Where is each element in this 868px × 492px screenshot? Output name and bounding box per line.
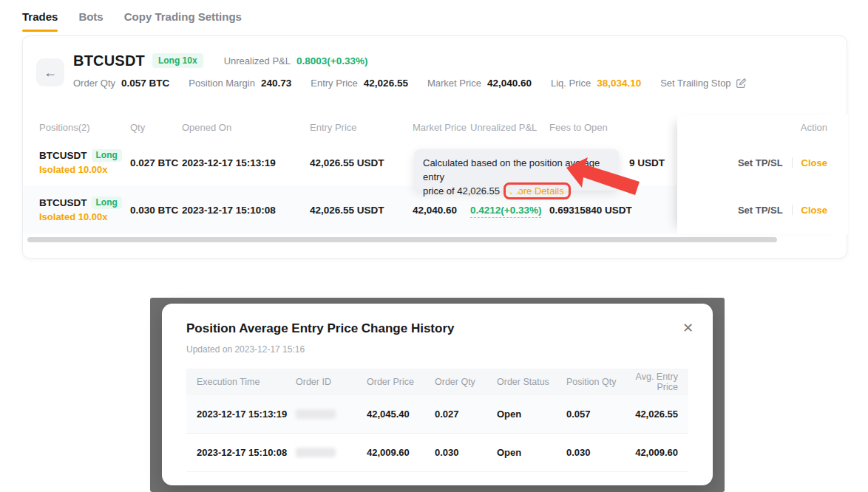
tab-trades[interactable]: Trades: [22, 10, 58, 23]
market-price-cell: 42,040.60: [413, 205, 470, 216]
stat-value: 240.73: [261, 78, 291, 89]
col-qty: Qty: [130, 122, 182, 133]
history-table: Execution Time Order ID Order Price Orde…: [186, 369, 688, 472]
modal-subtitle: Updated on 2023-12-17 15:16: [186, 344, 305, 355]
col-order-status: Order Status: [497, 377, 566, 387]
stat-label: Position Margin: [189, 78, 255, 89]
position-detail-card: ← BTCUSDT Long 10x Unrealized P&L 0.8003…: [22, 35, 847, 259]
symbol-title: BTCUSDT: [73, 52, 145, 69]
stat-label: Market Price: [427, 78, 481, 89]
stat-entry-price: Entry Price 42,026.55: [311, 78, 408, 89]
action-row-1: Set TP/SL Close: [677, 140, 848, 185]
annotation-arrow-icon: [566, 157, 640, 201]
pnl-value[interactable]: 0.4212(+0.33%): [470, 205, 541, 218]
position-title-row: BTCUSDT Long 10x Unrealized P&L 0.8003(+…: [73, 49, 367, 72]
top-tab-bar: Trades Bots Copy Trading Settings: [22, 10, 242, 23]
position-qty-cell: 0.030: [566, 447, 627, 458]
close-position-button[interactable]: Close: [801, 205, 827, 216]
tooltip-text-line2: price of 42,026.55: [423, 185, 500, 197]
col-avg-entry-price: Avg. Entry Price: [627, 372, 688, 392]
col-market-price: Market Price: [413, 122, 470, 133]
col-fees-to-open: Fees to Open: [549, 122, 677, 133]
stat-label: Liq. Price: [551, 78, 591, 89]
row-symbol: BTCUSDT: [39, 150, 87, 162]
entry-price-history-modal: Position Average Entry Price Change Hist…: [162, 304, 713, 485]
avg-entry-price-cell: 42,026.55: [627, 409, 688, 420]
side-badge: Long: [92, 149, 122, 163]
redacted-order-id: [296, 409, 336, 419]
execution-time-cell: 2023-12-17 15:10:08: [186, 447, 296, 458]
col-action: Action: [677, 115, 848, 140]
symbol-cell: BTCUSDT Long Isolated 10.00x: [39, 149, 130, 177]
col-entry-price: Entry Price: [310, 122, 413, 133]
col-opened-on: Opened On: [182, 122, 310, 133]
stat-position-margin: Position Margin 240.73: [189, 78, 291, 89]
tab-bots[interactable]: Bots: [78, 10, 103, 23]
order-id-cell: [296, 409, 367, 419]
opened-on-cell: 2023-12-17 15:13:19: [182, 157, 310, 168]
redacted-order-id: [296, 448, 336, 457]
position-qty-cell: 0.057: [566, 409, 627, 420]
stat-value: 42,026.55: [364, 78, 408, 89]
margin-mode: Isolated 10.00x: [39, 212, 130, 223]
action-divider: [792, 205, 793, 215]
execution-time-cell: 2023-12-17 15:13:19: [186, 409, 296, 420]
trading-screen: Trades Bots Copy Trading Settings ← BTCU…: [0, 0, 868, 492]
order-price-cell: 42,009.60: [367, 447, 435, 458]
col-execution-time: Execution Time: [186, 377, 296, 387]
close-icon: ✕: [682, 321, 694, 335]
order-status-cell: Open: [497, 409, 566, 420]
opened-on-cell: 2023-12-17 15:10:08: [182, 205, 310, 216]
stat-order-qty: Order Qty 0.057 BTC: [73, 78, 169, 89]
order-status-cell: Open: [497, 447, 566, 458]
stat-label: Entry Price: [311, 78, 358, 89]
horizontal-scrollbar[interactable]: [27, 237, 777, 242]
history-row-2: 2023-12-17 15:10:08 42,009.60 0.030 Open…: [186, 434, 688, 472]
fees-to-open-cell: 0.69315840 USDT: [549, 205, 677, 216]
leverage-badge: Long 10x: [152, 53, 203, 68]
set-tpsl-button[interactable]: Set TP/SL: [738, 205, 783, 216]
unrealized-pnl-value: 0.8003(+0.33%): [296, 55, 367, 66]
action-divider: [792, 157, 793, 168]
margin-mode: Isolated 10.00x: [39, 165, 130, 176]
stat-label: Order Qty: [73, 78, 115, 89]
order-id-cell: [296, 448, 367, 457]
stat-market-price: Market Price 42,040.60: [427, 78, 532, 89]
stat-value: 38,034.10: [597, 78, 641, 89]
edit-icon: [736, 78, 747, 89]
qty-cell: 0.030 BTC: [130, 205, 182, 216]
modal-title: Position Average Entry Price Change Hist…: [186, 321, 454, 336]
stat-liq-price: Liq. Price 38,034.10: [551, 78, 641, 89]
col-unrealized-pnl: Unrealized P&L: [470, 122, 549, 133]
row-symbol: BTCUSDT: [39, 197, 87, 209]
col-order-id: Order ID: [296, 377, 367, 387]
active-tab-underline: [22, 30, 58, 32]
action-row-2: Set TP/SL Close: [677, 185, 848, 234]
order-qty-cell: 0.027: [435, 409, 497, 420]
unrealized-pnl-cell[interactable]: 0.4212(+0.33%): [470, 205, 549, 216]
tab-copy-trading-settings[interactable]: Copy Trading Settings: [124, 10, 242, 23]
back-arrow-icon: ←: [44, 65, 57, 81]
stat-value: 0.057 BTC: [121, 78, 169, 89]
entry-price-cell: 42,026.55 USDT: [310, 157, 413, 168]
col-positions: Positions(2): [39, 122, 130, 133]
col-position-qty: Position Qty: [566, 377, 627, 387]
back-button[interactable]: ←: [36, 58, 64, 86]
history-table-header: Execution Time Order ID Order Price Orde…: [186, 369, 688, 395]
close-position-button[interactable]: Close: [801, 157, 827, 168]
action-column: Action Set TP/SL Close Set TP/SL Close: [677, 115, 848, 234]
modal-backdrop: Position Average Entry Price Change Hist…: [150, 298, 725, 492]
col-order-qty: Order Qty: [435, 377, 497, 387]
order-qty-cell: 0.030: [435, 447, 497, 458]
modal-close-button[interactable]: ✕: [682, 320, 694, 336]
position-stats-row: Order Qty 0.057 BTC Position Margin 240.…: [73, 78, 747, 89]
unrealized-pnl-label: Unrealized P&L: [224, 55, 291, 66]
side-badge: Long: [92, 197, 122, 210]
set-trailing-stop-label: Set Trailing Stop: [660, 78, 730, 89]
col-order-price: Order Price: [367, 377, 435, 387]
set-tpsl-button[interactable]: Set TP/SL: [738, 157, 783, 168]
stat-value: 42,040.60: [487, 78, 532, 89]
entry-price-cell: 42,026.55 USDT: [310, 205, 413, 216]
set-trailing-stop-button[interactable]: Set Trailing Stop: [660, 78, 746, 89]
avg-entry-price-cell: 42,009.60: [627, 447, 688, 458]
